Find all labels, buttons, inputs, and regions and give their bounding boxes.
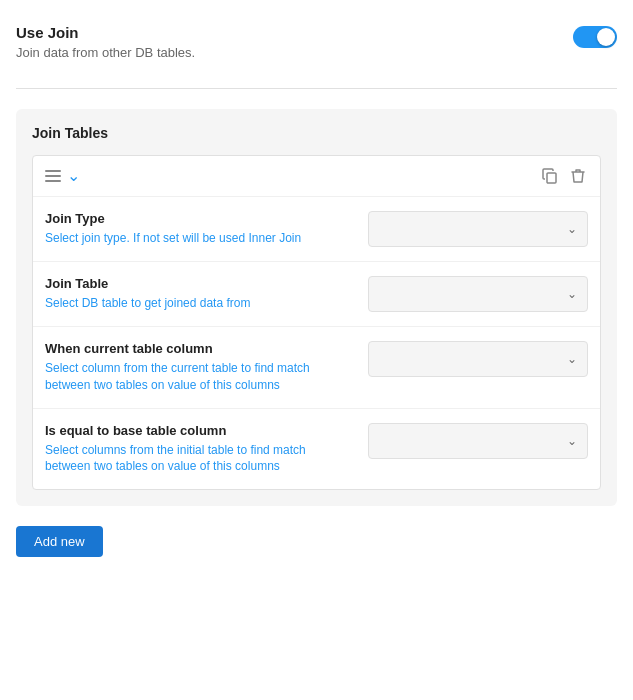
join-table-label: Join Table	[45, 276, 352, 291]
toggle-track	[573, 26, 617, 48]
join-table-description: Select DB table to get joined data from	[45, 295, 352, 312]
section-divider	[16, 88, 617, 89]
join-table-field-row: Join Table Select DB table to get joined…	[33, 262, 600, 327]
base-table-column-chevron-icon: ⌄	[567, 434, 577, 448]
card-toolbar-left: ⌄	[45, 168, 80, 184]
svg-rect-0	[547, 173, 556, 183]
current-table-column-chevron-icon: ⌄	[567, 352, 577, 366]
copy-button[interactable]	[540, 166, 560, 186]
base-table-column-label-group: Is equal to base table column Select col…	[45, 423, 352, 476]
use-join-description: Join data from other DB tables.	[16, 45, 195, 60]
current-table-column-field-row: When current table column Select column …	[33, 327, 600, 409]
hamburger-icon[interactable]	[45, 170, 61, 182]
join-tables-section: Join Tables ⌄	[16, 109, 617, 506]
page-container: Use Join Join data from other DB tables.…	[0, 0, 633, 577]
join-table-chevron-icon: ⌄	[567, 287, 577, 301]
join-type-description: Select join type. If not set will be use…	[45, 230, 352, 247]
join-type-select[interactable]: ⌄	[368, 211, 588, 247]
card-toolbar-right	[540, 166, 588, 186]
current-table-column-description: Select column from the current table to …	[45, 360, 352, 394]
delete-button[interactable]	[568, 166, 588, 186]
card-toolbar: ⌄	[33, 156, 600, 197]
join-table-select[interactable]: ⌄	[368, 276, 588, 312]
current-table-column-label-group: When current table column Select column …	[45, 341, 352, 394]
join-card: ⌄	[32, 155, 601, 490]
copy-icon	[542, 168, 558, 184]
base-table-column-label: Is equal to base table column	[45, 423, 352, 438]
use-join-title: Use Join	[16, 24, 195, 41]
join-type-label-group: Join Type Select join type. If not set w…	[45, 211, 352, 247]
collapse-chevron-icon[interactable]: ⌄	[67, 168, 80, 184]
base-table-column-field-row: Is equal to base table column Select col…	[33, 409, 600, 490]
current-table-column-label: When current table column	[45, 341, 352, 356]
base-table-column-select[interactable]: ⌄	[368, 423, 588, 459]
use-join-header: Use Join Join data from other DB tables.	[16, 20, 617, 64]
use-join-toggle[interactable]	[573, 26, 617, 48]
join-type-label: Join Type	[45, 211, 352, 226]
join-table-label-group: Join Table Select DB table to get joined…	[45, 276, 352, 312]
base-table-column-description: Select columns from the initial table to…	[45, 442, 352, 476]
current-table-column-select[interactable]: ⌄	[368, 341, 588, 377]
add-new-button[interactable]: Add new	[16, 526, 103, 557]
use-join-text: Use Join Join data from other DB tables.	[16, 24, 195, 60]
trash-icon	[570, 168, 586, 184]
join-type-chevron-icon: ⌄	[567, 222, 577, 236]
toggle-knob	[597, 28, 615, 46]
join-type-field-row: Join Type Select join type. If not set w…	[33, 197, 600, 262]
join-tables-title: Join Tables	[32, 125, 601, 141]
